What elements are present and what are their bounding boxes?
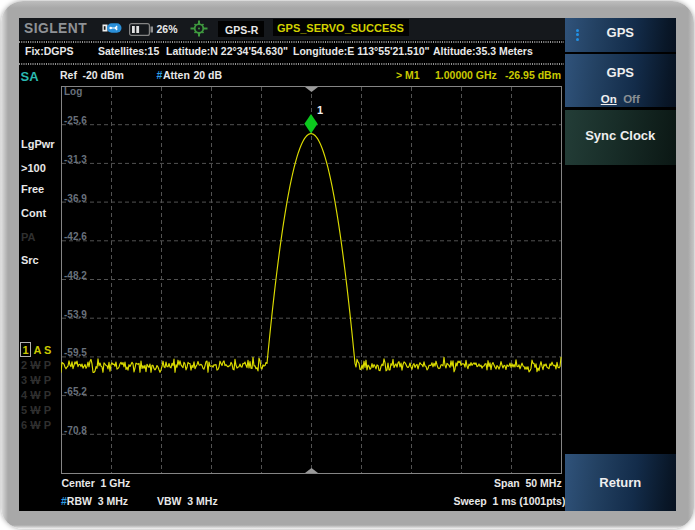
- svg-text:1: 1: [317, 103, 323, 115]
